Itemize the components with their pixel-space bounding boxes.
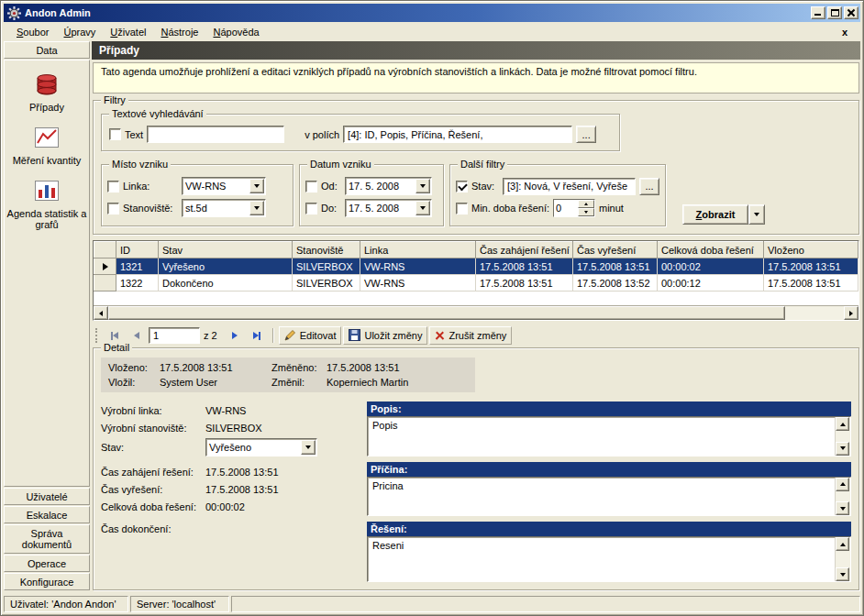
do-date-picker[interactable]: 17. 5. 2008 xyxy=(345,199,432,217)
stav-detail-combo[interactable]: Vyřešeno xyxy=(205,438,317,456)
sidebar-item-agenda-statistik[interactable]: Agenda statistik a grafů xyxy=(5,178,89,230)
toolbar-grip[interactable] xyxy=(95,328,98,343)
sidebar-group-sprava-dokumentu[interactable]: Správa dokumentů xyxy=(4,524,90,554)
cell-stanoviste[interactable]: SILVERBOX xyxy=(293,258,360,275)
menu-soubor[interactable]: Soubor xyxy=(9,25,56,39)
popis-textarea[interactable]: Popis xyxy=(367,416,851,456)
popis-text[interactable]: Popis xyxy=(368,417,835,456)
zobrazit-button[interactable]: Zobrazit xyxy=(682,204,748,225)
sidebar-group-konfigurace[interactable]: Konfigurace xyxy=(4,573,90,590)
linka-combo[interactable]: VW-RNS xyxy=(182,177,266,195)
fields-more-button[interactable]: ... xyxy=(576,126,596,143)
column-header-doba[interactable]: Celková doba řešení xyxy=(658,242,764,258)
reseni-textarea[interactable]: Reseni xyxy=(367,536,851,582)
stanoviste-combo[interactable]: st.5d xyxy=(182,199,266,217)
column-header-vyreseni[interactable]: Čas vyřešení xyxy=(573,242,658,258)
stanoviste-checkbox[interactable] xyxy=(107,203,119,214)
sidebar-group-data[interactable]: Data xyxy=(4,41,90,59)
row-selector[interactable] xyxy=(94,275,116,292)
od-checkbox[interactable] xyxy=(305,181,317,192)
scroll-down-icon[interactable] xyxy=(836,501,849,515)
scrollbar-thumb[interactable] xyxy=(108,306,785,320)
scroll-left-icon[interactable] xyxy=(94,306,108,320)
spin-down-icon[interactable] xyxy=(578,208,594,216)
scrollbar-track[interactable] xyxy=(108,306,844,320)
cell-vyreseni[interactable]: 17.5.2008 13:51 xyxy=(573,258,658,275)
menu-uzivatel[interactable]: Uživatel xyxy=(103,25,153,39)
cancel-button[interactable]: Zrušit změny xyxy=(429,326,512,345)
chevron-down-icon[interactable] xyxy=(301,440,316,455)
sidebar-item-mereni-kvantity[interactable]: Měření kvantity xyxy=(5,125,89,166)
min-doba-spinner[interactable] xyxy=(553,199,595,217)
zobrazit-dropdown-button[interactable] xyxy=(748,204,765,225)
row-selector[interactable] xyxy=(94,258,116,275)
spin-up-icon[interactable] xyxy=(578,200,594,208)
sidebar-group-uzivatele[interactable]: Uživatelé xyxy=(4,488,90,505)
scrollbar-track[interactable] xyxy=(836,431,850,442)
reseni-scrollbar[interactable] xyxy=(835,537,850,581)
column-header-linka[interactable]: Linka xyxy=(360,242,476,258)
sidebar-group-operace[interactable]: Operace xyxy=(4,555,90,572)
scrollbar-track[interactable] xyxy=(836,491,850,502)
horizontal-scrollbar[interactable] xyxy=(94,305,858,320)
maximize-button[interactable] xyxy=(827,6,842,19)
save-button[interactable]: Uložit změny xyxy=(343,326,427,345)
menu-close-button[interactable]: x xyxy=(835,27,855,38)
column-header-stav[interactable]: Stav xyxy=(159,242,293,258)
cell-linka[interactable]: VW-RNS xyxy=(360,258,476,275)
menu-nastroje[interactable]: Nástroje xyxy=(153,25,205,39)
column-header-zahajeni[interactable]: Čas zahájení řešení xyxy=(476,242,573,258)
do-checkbox[interactable] xyxy=(305,203,317,214)
min-doba-input[interactable] xyxy=(554,200,578,216)
edit-button[interactable]: Editovat xyxy=(279,326,342,345)
cell-vlozeno[interactable]: 17.5.2008 13:51 xyxy=(764,275,858,292)
stav-more-button[interactable]: ... xyxy=(639,178,659,195)
pricina-scrollbar[interactable] xyxy=(835,478,850,516)
pricina-text[interactable]: Pricina xyxy=(368,478,835,516)
cell-doba[interactable]: 00:00:12 xyxy=(658,275,764,292)
scroll-up-icon[interactable] xyxy=(836,417,849,431)
cell-zahajeni[interactable]: 17.5.2008 13:51 xyxy=(476,258,573,275)
sidebar-group-eskalace[interactable]: Eskalace xyxy=(4,506,90,523)
chevron-down-icon[interactable] xyxy=(415,201,430,215)
pricina-textarea[interactable]: Pricina xyxy=(367,477,851,517)
chevron-down-icon[interactable] xyxy=(249,201,264,215)
column-header-vlozeno[interactable]: Vloženo xyxy=(764,242,858,258)
cell-id[interactable]: 1321 xyxy=(116,258,159,275)
minimize-button[interactable] xyxy=(811,6,825,19)
cell-zahajeni[interactable]: 17.5.2008 13:51 xyxy=(476,275,573,292)
scroll-down-icon[interactable] xyxy=(836,567,849,581)
table-row[interactable]: 1321 Vyřešeno SILVERBOX VW-RNS 17.5.2008… xyxy=(94,258,858,275)
cell-stav[interactable]: Vyřešeno xyxy=(159,258,293,275)
cell-linka[interactable]: VW-RNS xyxy=(360,275,476,292)
record-position-input[interactable] xyxy=(149,327,200,344)
linka-checkbox[interactable] xyxy=(107,181,119,192)
od-date-picker[interactable]: 17. 5. 2008 xyxy=(345,177,432,195)
column-header-id[interactable]: ID xyxy=(116,242,159,258)
stav-checkbox[interactable] xyxy=(456,181,468,192)
table-row[interactable]: 1322 Dokončeno SILVERBOX VW-RNS 17.5.200… xyxy=(94,275,858,292)
cell-vlozeno[interactable]: 17.5.2008 13:51 xyxy=(764,258,858,275)
scroll-right-icon[interactable] xyxy=(844,306,858,320)
last-record-button[interactable] xyxy=(247,326,267,345)
titlebar[interactable]: Andon Admin xyxy=(4,4,860,22)
scroll-up-icon[interactable] xyxy=(836,537,849,551)
cell-vyreseni[interactable]: 17.5.2008 13:52 xyxy=(573,275,658,292)
column-header-stanoviste[interactable]: Stanoviště xyxy=(293,242,360,258)
reseni-text[interactable]: Reseni xyxy=(368,537,835,581)
cell-stav[interactable]: Dokončeno xyxy=(159,275,293,292)
scroll-down-icon[interactable] xyxy=(836,442,849,456)
chevron-down-icon[interactable] xyxy=(249,179,264,193)
scroll-up-icon[interactable] xyxy=(836,478,849,491)
menu-upravy[interactable]: Úpravy xyxy=(56,25,103,39)
sidebar-item-pripady[interactable]: Případy xyxy=(5,72,89,113)
text-checkbox[interactable] xyxy=(109,128,121,140)
cell-id[interactable]: 1322 xyxy=(116,275,159,292)
menu-napoveda[interactable]: Nápověda xyxy=(205,25,266,39)
popis-scrollbar[interactable] xyxy=(835,417,850,456)
text-search-input[interactable] xyxy=(147,126,284,143)
cell-doba[interactable]: 00:00:02 xyxy=(658,258,764,275)
scrollbar-track[interactable] xyxy=(836,551,850,567)
chevron-down-icon[interactable] xyxy=(415,179,430,193)
cell-stanoviste[interactable]: SILVERBOX xyxy=(293,275,360,292)
